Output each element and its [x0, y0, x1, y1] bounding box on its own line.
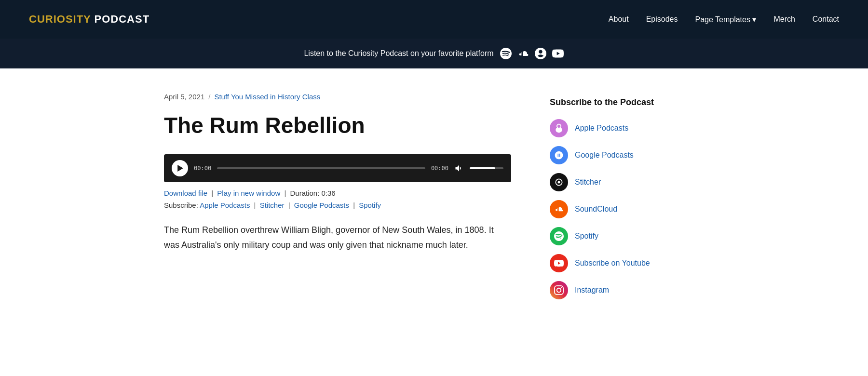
google-icon — [550, 146, 568, 164]
banner-platform-icons — [500, 47, 564, 60]
subscribe-stitcher[interactable]: Stitcher — [260, 201, 285, 209]
play-icon — [177, 165, 183, 172]
sidebar-item-instagram: Instagram — [550, 281, 675, 299]
download-link[interactable]: Download file — [164, 189, 207, 197]
subscribe-bar: Subscribe: Apple Podcasts | Stitcher | G… — [164, 201, 511, 209]
stitcher-icon — [550, 173, 568, 191]
logo-curiosity: CURIOSITY — [29, 13, 91, 25]
svg-point-1 — [558, 181, 560, 184]
subscribe-google[interactable]: Google Podcasts — [294, 201, 349, 209]
links-bar: Download file | Play in new window | Dur… — [164, 189, 511, 197]
sidebar-item-soundcloud: SoundCloud — [550, 200, 675, 218]
post-date: April 5, 2021 — [164, 93, 204, 101]
banner-text: Listen to the Curiosity Podcast on your … — [304, 49, 493, 58]
apple-icon — [550, 119, 568, 137]
post-category-link[interactable]: Stuff You Missed in History Class — [214, 93, 320, 101]
time-current: 00:00 — [194, 165, 211, 172]
main-content: April 5, 2021 / Stuff You Missed in Hist… — [164, 93, 511, 299]
sidebar-title: Subscribe to the Podcast — [550, 97, 675, 107]
volume-bar[interactable] — [470, 167, 503, 169]
spotify-icon[interactable] — [500, 47, 512, 60]
mute-button[interactable] — [454, 163, 464, 173]
logo[interactable]: CURIOSITY PODCAST — [29, 13, 149, 26]
youtube-icon — [550, 254, 568, 272]
logo-podcast: PODCAST — [91, 13, 149, 25]
new-window-link[interactable]: Play in new window — [217, 189, 280, 197]
breadcrumb-separator: / — [208, 93, 210, 101]
sidebar-item-stitcher: Stitcher — [550, 173, 675, 191]
apple-podcasts-link[interactable]: Apple Podcasts — [575, 124, 628, 133]
post-title: The Rum Rebellion — [164, 112, 511, 139]
subscribe-apple[interactable]: Apple Podcasts — [200, 201, 250, 209]
google-podcasts-link[interactable]: Google Podcasts — [575, 151, 634, 160]
soundcloud-icon[interactable] — [517, 47, 529, 60]
soundcloud-icon — [550, 200, 568, 218]
nav-item-contact[interactable]: Contact — [813, 15, 839, 24]
audio-player: 00:00 00:00 — [164, 154, 511, 182]
nav-item-about[interactable]: About — [609, 15, 629, 24]
navbar: CURIOSITY PODCAST About Episodes Page Te… — [0, 0, 868, 39]
post-description: The Rum Rebellion overthrew William Blig… — [164, 223, 511, 252]
sidebar-links: Apple Podcasts Google Podcasts Stitcher … — [550, 119, 675, 299]
subscribe-spotify[interactable]: Spotify — [359, 201, 381, 209]
time-total: 00:00 — [431, 165, 448, 172]
progress-bar[interactable] — [217, 167, 425, 169]
sidebar-item-youtube: Subscribe on Youtube — [550, 254, 675, 272]
nav-item-templates[interactable]: Page Templates ▾ — [695, 15, 757, 24]
stitcher-link[interactable]: Stitcher — [575, 178, 601, 187]
youtube-icon[interactable] — [552, 47, 564, 60]
volume-icon — [454, 163, 464, 173]
main-container: April 5, 2021 / Stuff You Missed in Hist… — [145, 68, 723, 328]
apple-podcasts-icon[interactable] — [534, 47, 547, 60]
youtube-link[interactable]: Subscribe on Youtube — [575, 259, 650, 268]
subscribe-label: Subscribe: — [164, 201, 198, 209]
sidebar: Subscribe to the Podcast Apple Podcasts … — [550, 93, 675, 299]
volume-fill — [470, 167, 495, 169]
sidebar-item-apple: Apple Podcasts — [550, 119, 675, 137]
nav-links: About Episodes Page Templates ▾ Merch Co… — [609, 15, 839, 24]
spotify-link[interactable]: Spotify — [575, 232, 598, 241]
duration-label: Duration: 0:36 — [290, 189, 335, 197]
spotify-icon — [550, 227, 568, 245]
platform-banner: Listen to the Curiosity Podcast on your … — [0, 39, 868, 68]
nav-item-episodes[interactable]: Episodes — [646, 15, 678, 24]
instagram-link[interactable]: Instagram — [575, 286, 609, 295]
nav-item-merch[interactable]: Merch — [773, 15, 795, 24]
breadcrumb: April 5, 2021 / Stuff You Missed in Hist… — [164, 93, 511, 101]
instagram-icon — [550, 281, 568, 299]
sidebar-item-google: Google Podcasts — [550, 146, 675, 164]
soundcloud-link[interactable]: SoundCloud — [575, 205, 617, 214]
sidebar-item-spotify: Spotify — [550, 227, 675, 245]
play-button[interactable] — [172, 160, 188, 176]
